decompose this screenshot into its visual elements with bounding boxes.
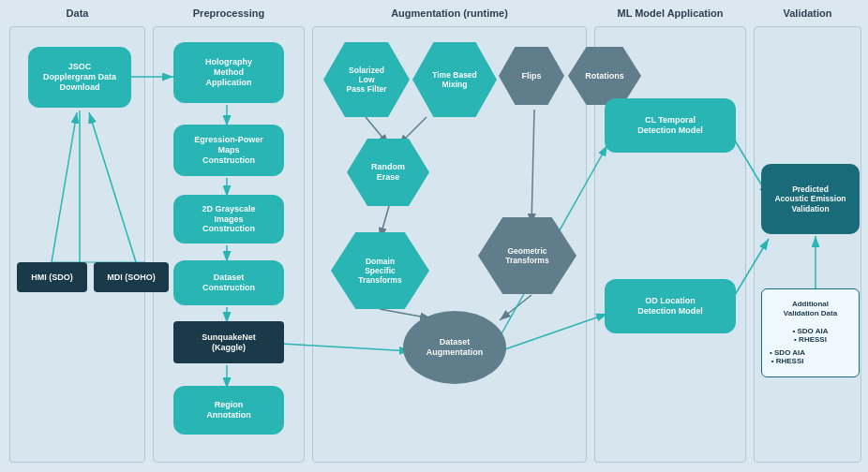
header-preprocessing: Preprocessing xyxy=(153,7,305,19)
additional-title: AdditionalValidation Data• SDO AIA• RHES… xyxy=(770,300,851,345)
header-validation: Validation xyxy=(754,7,861,19)
od-location-node: OD LocationDetection Model xyxy=(605,279,736,333)
holography-node: HolographyMethodApplication xyxy=(173,42,284,103)
egression-node: Egression-PowerMapsConstruction xyxy=(173,125,284,176)
header-data: Data xyxy=(9,7,145,19)
mdi-node: MDI (SOHO) xyxy=(94,262,169,292)
header-augmentation: Augmentation (runtime) xyxy=(312,7,587,19)
cl-temporal-node: CL TemporalDetection Model xyxy=(605,98,736,153)
additional-list: • SDO AIA• RHESSI xyxy=(770,348,805,366)
dataset-const-node: DatasetConstruction xyxy=(173,260,284,305)
predicted-node: PredictedAcoustic EmissionValidation xyxy=(761,164,860,234)
dataset-aug-node: DatasetAugmentation xyxy=(403,311,506,384)
sunquake-node: SunquakeNet(Kaggle) xyxy=(173,321,284,363)
grayscale-node: 2D GrayscaleImagesConstruction xyxy=(173,195,284,243)
jsoc-node: JSOCDopplergram DataDownload xyxy=(28,47,131,108)
region-node: RegionAnnotation xyxy=(173,386,284,435)
hmi-node: HMI (SDO) xyxy=(17,262,87,292)
header-ml: ML Model Application xyxy=(594,7,746,19)
section-validation xyxy=(754,26,861,463)
diagram: Data Preprocessing Augmentation (runtime… xyxy=(0,0,868,472)
additional-node: AdditionalValidation Data• SDO AIA• RHES… xyxy=(761,288,860,377)
